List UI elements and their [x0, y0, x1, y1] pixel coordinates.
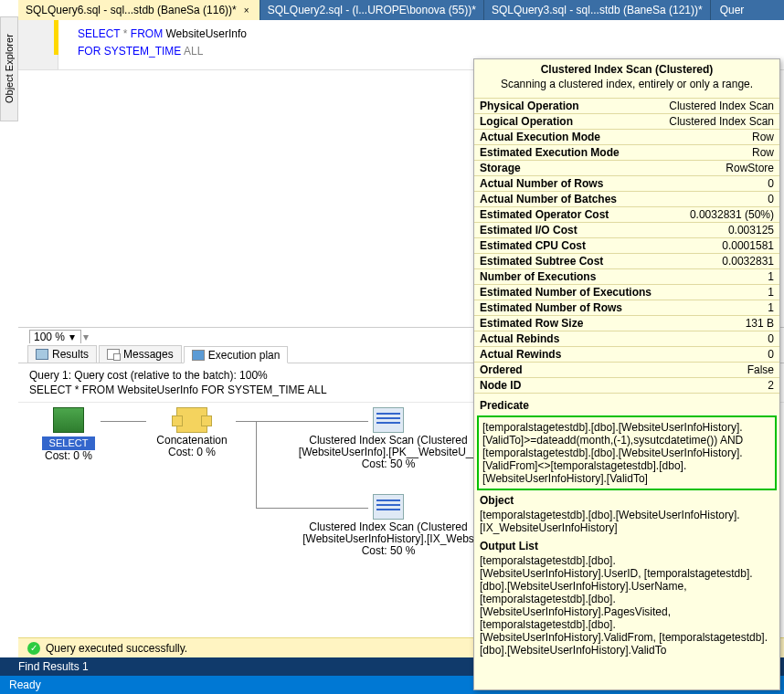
tooltip-row-label: Estimated CPU Cost [480, 239, 586, 252]
tooltip-row: OrderedFalse [474, 362, 779, 377]
star-operator: * [123, 27, 131, 40]
tooltip-row-label: Actual Execution Mode [480, 131, 600, 143]
cix-icon [373, 407, 404, 433]
execplan-icon [192, 350, 205, 361]
tooltip-row: Actual Number of Batches0 [474, 191, 779, 206]
tooltip-row: Estimated Execution ModeRow [474, 144, 779, 160]
tooltip-row-value: 0 [768, 177, 774, 190]
select-label: SELECT [42, 436, 96, 450]
tooltip-row-label: Storage [480, 162, 521, 174]
zoom-dropdown[interactable]: 100 % ▾ [29, 330, 81, 344]
tooltip-row: Estimated Row Size131 B [474, 315, 779, 331]
plan-node-cix1[interactable]: Clustered Index Scan (Clustered [Website… [292, 407, 484, 470]
tooltip-row-label: Estimated Execution Mode [480, 146, 620, 159]
tooltip-row-value: 0.0001581 [722, 239, 774, 252]
code-content: SELECT * FROM WebsiteUserInfo FOR SYSTEM… [78, 26, 247, 60]
tooltip-row-label: Actual Rebinds [480, 332, 559, 345]
tooltip-row-value: RowStore [726, 162, 774, 174]
object-label: Object [474, 494, 779, 509]
tooltip-row-value: False [747, 363, 774, 376]
tab-label: SQLQuery3.sql - sql...stdb (BaneSa (121)… [492, 4, 703, 16]
tooltip-row-value: 2 [768, 379, 774, 392]
plan-node-select[interactable]: SELECT Cost: 0 % [37, 407, 101, 462]
predicate-label: Predicate [474, 393, 779, 414]
tooltip-row: Node ID2 [474, 377, 779, 393]
editor-margin [18, 20, 58, 69]
tooltip-title: Clustered Index Scan (Clustered) [474, 59, 779, 78]
predicate-text: [temporalstagetestdb].[dbo].[WebsiteUser… [477, 415, 777, 490]
tooltip-row-value: 0.003125 [728, 224, 774, 237]
tooltip-row-value: 0 [768, 193, 774, 205]
grid-icon [36, 349, 48, 360]
tooltip-row: StorageRowStore [474, 160, 779, 175]
tooltip-row-value: 0 [768, 348, 774, 361]
tooltip-row-label: Node ID [480, 379, 521, 392]
messages-icon [107, 349, 120, 360]
zoom-dash: ▾ [83, 331, 89, 343]
tooltip-row: Number of Executions1 [474, 268, 779, 284]
tooltip-row-label: Estimated Subtree Cost [480, 255, 603, 268]
cix1-cost: Cost: 50 % [292, 458, 484, 470]
tooltip-row: Actual Rebinds0 [474, 331, 779, 346]
plan-node-cix2[interactable]: Clustered Index Scan (Clustered [Website… [292, 494, 484, 557]
tab-overflow: Quer [711, 0, 754, 20]
object-explorer-tab[interactable]: Object Explorer [0, 16, 18, 121]
tooltip-row: Actual Number of Rows0 [474, 175, 779, 191]
tooltip-row-value: Clustered Index Scan [669, 115, 774, 128]
output-list-text: [temporalstagetestdb].[dbo].[WebsiteUser… [474, 554, 779, 662]
tooltip-row-label: Logical Operation [480, 115, 573, 128]
tooltip-row-value: Clustered Index Scan [669, 100, 774, 112]
tooltip-row-label: Actual Number of Rows [480, 177, 603, 190]
concat-icon [176, 407, 207, 433]
document-tabs: SQLQuery6.sql - sql...stdb (BaneSa (116)… [18, 0, 784, 20]
tooltip-row-value: 1 [768, 270, 774, 283]
close-icon[interactable]: × [241, 5, 252, 16]
tab-query2[interactable]: SQLQuery2.sql - (l...UROPE\bonova (55))* [260, 0, 484, 20]
tooltip-row-label: Estimated Number of Rows [480, 301, 622, 314]
keyword-select: SELECT [78, 27, 120, 40]
tooltip-row: Actual Execution ModeRow [474, 129, 779, 144]
cix-icon [373, 494, 404, 520]
tooltip-row-label: Estimated Operator Cost [480, 208, 609, 221]
tooltip-row-label: Physical Operation [480, 100, 579, 112]
tooltip-row-value: 0.0032831 (50%) [690, 208, 774, 221]
tooltip-row-label: Estimated Number of Executions [480, 286, 652, 299]
tooltip-row-value: Row [752, 131, 774, 143]
tooltip-row: Estimated Number of Executions1 [474, 284, 779, 300]
cix2-cost: Cost: 50 % [292, 545, 484, 557]
select-cost: Cost: 0 % [37, 450, 101, 462]
tooltip-row-value: 1 [768, 301, 774, 314]
tooltip-row-label: Number of Executions [480, 270, 596, 283]
plan-node-concat[interactable]: Concatenation Cost: 0 % [146, 407, 238, 458]
tooltip-row-label: Estimated Row Size [480, 317, 583, 330]
chevron-down-icon: ▾ [68, 331, 77, 343]
tab-query6[interactable]: SQLQuery6.sql - sql...stdb (BaneSa (116)… [18, 0, 260, 20]
tab-label: Messages [123, 348, 174, 361]
plan-connector [256, 421, 257, 508]
tooltip-row-value: 0.0032831 [722, 255, 774, 268]
tooltip-row: Logical OperationClustered Index Scan [474, 113, 779, 129]
status-text: Query executed successfully. [46, 642, 187, 655]
tooltip-row: Actual Rewinds0 [474, 346, 779, 362]
tooltip-row-label: Ordered [480, 363, 523, 376]
table-name: WebsiteUserInfo [166, 27, 247, 40]
keyword-systemtime: SYSTEM_TIME [104, 45, 184, 58]
keyword-for: FOR [78, 45, 101, 58]
object-text: [temporalstagetestdb].[dbo].[WebsiteUser… [474, 509, 779, 540]
tab-label: Results [52, 348, 89, 361]
tooltip-row-value: 131 B [746, 317, 774, 330]
messages-tab[interactable]: Messages [99, 345, 182, 363]
tab-label: SQLQuery6.sql - sql...stdb (BaneSa (116)… [26, 4, 237, 16]
tooltip-row-label: Actual Number of Batches [480, 193, 617, 205]
tooltip-row-label: Actual Rewinds [480, 348, 561, 361]
tooltip-row: Estimated Operator Cost0.0032831 (50%) [474, 206, 779, 222]
plan-connector [101, 421, 146, 422]
tab-label: Execution plan [208, 349, 281, 362]
tooltip-row-label: Estimated I/O Cost [480, 224, 577, 237]
results-tab[interactable]: Results [27, 345, 97, 363]
change-indicator [54, 20, 58, 55]
output-list-label: Output List [474, 540, 779, 554]
tab-label: SQLQuery2.sql - (l...UROPE\bonova (55))* [268, 4, 476, 16]
tab-query3[interactable]: SQLQuery3.sql - sql...stdb (BaneSa (121)… [484, 0, 711, 20]
execution-plan-tab[interactable]: Execution plan [184, 346, 289, 363]
